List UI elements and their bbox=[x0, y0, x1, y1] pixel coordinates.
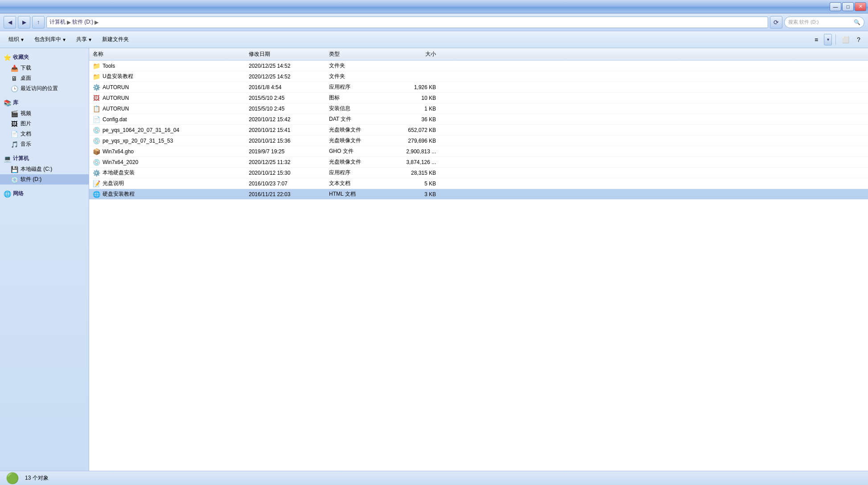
sidebar-download-label: 下载 bbox=[21, 64, 31, 72]
table-row[interactable]: 📦 Win7x64.gho 2019/9/7 19:25 GHO 文件 2,90… bbox=[89, 146, 868, 157]
file-type-cell: HTML 文档 bbox=[325, 190, 388, 198]
file-type-icon: 📁 bbox=[93, 62, 100, 70]
file-name-label: AUTORUN bbox=[103, 106, 129, 112]
sidebar-computer-header[interactable]: 💻 计算机 bbox=[0, 153, 89, 164]
include-library-arrow: ▾ bbox=[63, 37, 66, 43]
sidebar-music-label: 音乐 bbox=[21, 140, 31, 148]
file-type-icon: ⚙️ bbox=[93, 84, 100, 91]
breadcrumb-item-1[interactable]: 软件 (D:) bbox=[72, 18, 93, 26]
file-size-cell: 10 KB bbox=[388, 95, 441, 101]
file-date-cell: 2020/12/25 14:52 bbox=[245, 63, 325, 69]
file-name-cell: ⚙️ AUTORUN bbox=[89, 84, 245, 91]
file-name-cell: 🌐 硬盘安装教程 bbox=[89, 190, 245, 198]
sidebar-item-download[interactable]: 📥 下载 bbox=[0, 63, 89, 73]
file-size-cell: 5 KB bbox=[388, 181, 441, 187]
organize-button[interactable]: 组织 ▾ bbox=[4, 33, 29, 46]
sidebar-item-recent[interactable]: 🕒 最近访问的位置 bbox=[0, 83, 89, 94]
file-type-icon: 💿 bbox=[93, 127, 100, 134]
file-type-cell: 光盘映像文件 bbox=[325, 158, 388, 166]
organize-arrow: ▾ bbox=[21, 37, 24, 43]
file-date-cell: 2020/10/12 15:30 bbox=[245, 170, 325, 176]
file-name-cell: 📄 Config.dat bbox=[89, 116, 245, 123]
file-name-label: U盘安装教程 bbox=[103, 73, 133, 80]
breadcrumb[interactable]: 计算机 ▶ 软件 (D:) ▶ bbox=[46, 16, 768, 28]
sidebar-item-drive-c[interactable]: 💾 本地磁盘 (C:) bbox=[0, 164, 89, 174]
include-library-button[interactable]: 包含到库中 ▾ bbox=[29, 33, 70, 46]
sidebar-item-pictures[interactable]: 🖼 图片 bbox=[0, 119, 89, 129]
table-row[interactable]: ⚙️ AUTORUN 2016/1/8 4:54 应用程序 1,926 KB bbox=[89, 82, 868, 93]
file-date-cell: 2020/10/12 15:36 bbox=[245, 138, 325, 144]
sidebar-item-desktop[interactable]: 🖥 桌面 bbox=[0, 73, 89, 83]
file-name-cell: 💿 Win7x64_2020 bbox=[89, 159, 245, 166]
sidebar-pictures-label: 图片 bbox=[21, 120, 31, 127]
column-size[interactable]: 大小 bbox=[388, 50, 441, 58]
file-date-cell: 2020/12/25 14:52 bbox=[245, 74, 325, 80]
forward-button[interactable]: ▶ bbox=[18, 16, 30, 29]
help-button[interactable]: ? bbox=[853, 34, 864, 45]
sidebar-library-header[interactable]: 📚 库 bbox=[0, 97, 89, 108]
table-row[interactable]: 📋 AUTORUN 2015/5/10 2:45 安装信息 1 KB bbox=[89, 103, 868, 114]
file-type-icon: ⚙️ bbox=[93, 169, 100, 177]
file-date-cell: 2015/5/10 2:45 bbox=[245, 95, 325, 101]
sidebar-network-header[interactable]: 🌐 网络 bbox=[0, 188, 89, 199]
file-name-label: 本地硬盘安装 bbox=[103, 169, 135, 177]
table-row[interactable]: 📁 Tools 2020/12/25 14:52 文件夹 bbox=[89, 61, 868, 71]
sidebar-item-music[interactable]: 🎵 音乐 bbox=[0, 139, 89, 149]
breadcrumb-item-0[interactable]: 计算机 bbox=[49, 18, 66, 26]
column-date[interactable]: 修改日期 bbox=[245, 50, 325, 58]
file-name-label: Config.dat bbox=[103, 116, 127, 123]
docs-icon: 📄 bbox=[11, 131, 18, 138]
up-button[interactable]: ↑ bbox=[32, 16, 45, 29]
search-icon: 🔍 bbox=[854, 19, 860, 25]
refresh-button[interactable]: ⟳ bbox=[770, 16, 782, 29]
column-name[interactable]: 名称 bbox=[89, 50, 245, 58]
table-row[interactable]: 💿 Win7x64_2020 2020/12/25 11:32 光盘映像文件 3… bbox=[89, 157, 868, 168]
file-name-cell: 🖼 AUTORUN bbox=[89, 95, 245, 102]
column-type[interactable]: 类型 bbox=[325, 50, 388, 58]
file-type-cell: DAT 文件 bbox=[325, 115, 388, 123]
table-row[interactable]: 💿 pe_yqs_1064_20_07_31_16_04 2020/10/12 … bbox=[89, 125, 868, 136]
sidebar-drive-c-label: 本地磁盘 (C:) bbox=[21, 165, 52, 173]
table-row[interactable]: ⚙️ 本地硬盘安装 2020/10/12 15:30 应用程序 28,315 K… bbox=[89, 168, 868, 178]
file-type-icon: 🌐 bbox=[93, 191, 100, 198]
table-row[interactable]: 📄 Config.dat 2020/10/12 15:42 DAT 文件 36 … bbox=[89, 114, 868, 125]
sidebar-item-drive-d[interactable]: 💿 软件 (D:) bbox=[0, 174, 89, 185]
search-bar[interactable]: 搜索 软件 (D:) 🔍 bbox=[784, 16, 864, 28]
file-date-cell: 2016/10/23 7:07 bbox=[245, 181, 325, 187]
file-size-cell: 28,315 KB bbox=[388, 170, 441, 176]
file-name-label: 硬盘安装教程 bbox=[103, 190, 135, 198]
sidebar-item-docs[interactable]: 📄 文档 bbox=[0, 129, 89, 139]
file-name-cell: 💿 pe_yqs_1064_20_07_31_16_04 bbox=[89, 127, 245, 134]
sidebar-item-video[interactable]: 🎬 视频 bbox=[0, 108, 89, 119]
download-icon: 📥 bbox=[11, 65, 18, 72]
view-dropdown[interactable]: ▾ bbox=[824, 34, 832, 45]
file-name-cell: 📋 AUTORUN bbox=[89, 105, 245, 112]
search-placeholder: 搜索 软件 (D:) bbox=[788, 19, 819, 25]
sidebar-library-label: 库 bbox=[13, 99, 18, 107]
toolbar-right: ≡ ▾ ⬜ ? bbox=[810, 34, 864, 45]
main-area: ⭐ 收藏夹 📥 下载 🖥 桌面 🕒 最近访问的位置 📚 库 bbox=[0, 48, 868, 471]
table-row[interactable]: 🌐 硬盘安装教程 2016/11/21 22:03 HTML 文档 3 KB bbox=[89, 189, 868, 200]
file-type-icon: 📦 bbox=[93, 148, 100, 155]
new-folder-button[interactable]: 新建文件夹 bbox=[97, 33, 134, 46]
back-button[interactable]: ◀ bbox=[4, 16, 16, 29]
network-icon: 🌐 bbox=[4, 190, 11, 197]
file-date-cell: 2020/10/12 15:41 bbox=[245, 127, 325, 133]
file-type-cell: 光盘映像文件 bbox=[325, 137, 388, 144]
close-button[interactable]: ✕ bbox=[855, 2, 866, 11]
minimize-button[interactable]: — bbox=[830, 2, 841, 11]
sidebar-library-section: 📚 库 🎬 视频 🖼 图片 📄 文档 🎵 音乐 bbox=[0, 97, 89, 149]
sidebar-favorites-header[interactable]: ⭐ 收藏夹 bbox=[0, 52, 89, 63]
computer-icon: 💻 bbox=[4, 155, 11, 162]
file-name-label: Win7x64.gho bbox=[103, 148, 134, 155]
file-date-cell: 2016/11/21 22:03 bbox=[245, 191, 325, 197]
maximize-button[interactable]: □ bbox=[842, 2, 854, 11]
preview-pane-button[interactable]: ⬜ bbox=[839, 34, 851, 45]
table-row[interactable]: 🖼 AUTORUN 2015/5/10 2:45 图标 10 KB bbox=[89, 93, 868, 103]
table-row[interactable]: 💿 pe_yqs_xp_20_07_31_15_53 2020/10/12 15… bbox=[89, 136, 868, 146]
table-row[interactable]: 📁 U盘安装教程 2020/12/25 14:52 文件夹 bbox=[89, 71, 868, 82]
share-button[interactable]: 共享 ▾ bbox=[71, 33, 96, 46]
file-name-label: AUTORUN bbox=[103, 84, 129, 90]
table-row[interactable]: 📝 光盘说明 2016/10/23 7:07 文本文档 5 KB bbox=[89, 178, 868, 189]
view-button[interactable]: ≡ bbox=[810, 34, 822, 45]
